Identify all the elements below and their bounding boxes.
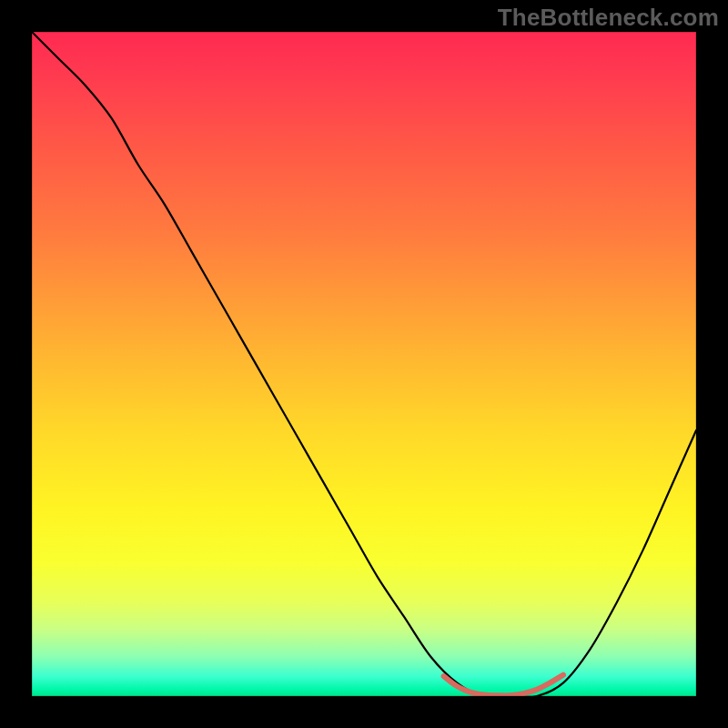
plot-area	[32, 32, 696, 696]
watermark-text: TheBottleneck.com	[498, 4, 719, 32]
main-curve	[32, 32, 696, 696]
chart-frame: TheBottleneck.com	[0, 0, 728, 728]
curve-layer	[32, 32, 696, 696]
